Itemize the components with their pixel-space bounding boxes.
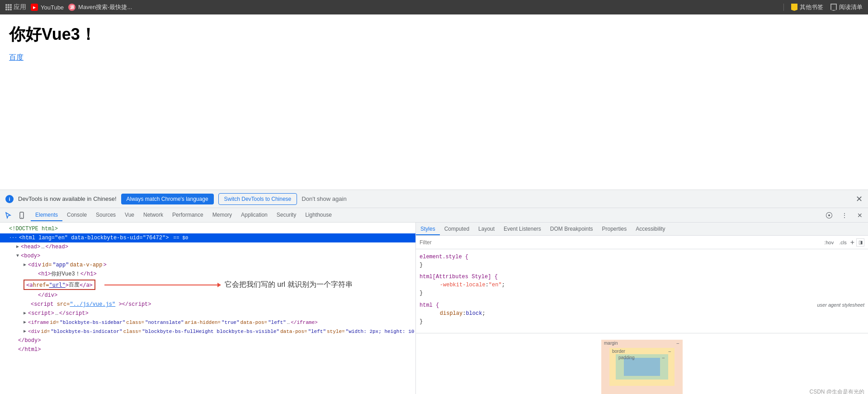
body-close-line[interactable]: </body> <box>0 336 415 345</box>
script-collapsed-line[interactable]: ▶ <script>…</script> <box>0 309 415 318</box>
element-style-selector-line: element.style { <box>420 253 864 261</box>
html-close-line[interactable]: </html> <box>0 345 415 354</box>
element-style-close-line: } <box>420 261 864 269</box>
styles-tabs: Styles Computed Layout Event Listeners D… <box>416 223 868 236</box>
tab-performance[interactable]: Performance <box>168 209 208 221</box>
youtube-tab[interactable]: YouTube <box>31 4 64 11</box>
cls-pseudo-btn[interactable]: .cls <box>837 239 849 246</box>
a-element-annotation-row: <a href="url" > 百度 </a> 它会把我们写的 url 就识别为… <box>0 279 415 291</box>
baidu-link[interactable]: 百度 <box>9 53 24 61</box>
page-content: 你好Vue3！ 百度 <box>0 14 868 190</box>
devtools-notification: i DevTools is now available in Chinese! … <box>0 190 868 208</box>
annotation-text: 它会把我们写的 url 就识别为一个字符串 <box>225 280 353 290</box>
styles-tab-dom-breakpoints[interactable]: DOM Breakpoints <box>546 223 598 235</box>
tab-memory[interactable]: Memory <box>208 209 236 221</box>
bookmark-icon-gray <box>830 4 837 11</box>
html-attr-close-line: } <box>420 289 864 297</box>
styles-tab-layout[interactable]: Layout <box>474 223 499 235</box>
hover-pseudo-btn[interactable]: :hov <box>822 239 835 246</box>
doctype-line[interactable]: <!DOCTYPE html> <box>0 224 415 233</box>
padding-dash: – <box>662 355 665 360</box>
more-options-button[interactable]: ⋮ <box>838 209 851 222</box>
apps-button[interactable]: 应用 <box>5 3 26 11</box>
tab-sources[interactable]: Sources <box>91 209 120 221</box>
html-attr-selector-line: html[Attributes Style] { <box>420 273 864 281</box>
tab-application[interactable]: Application <box>236 209 272 221</box>
border-label: border <box>612 349 625 354</box>
html-element-line[interactable]: ··· <html lang="en" data-blockbyte-bs-ui… <box>0 233 415 242</box>
mobile-tool-button[interactable] <box>15 209 28 222</box>
html-ua-rule: html { user agent stylesheet display : b… <box>420 301 864 326</box>
head-element-line[interactable]: ▶ <head>…</head> <box>0 242 415 252</box>
tab-network[interactable]: Network <box>139 209 168 221</box>
css-rules: element.style { } html[Attributes Style]… <box>416 249 868 333</box>
arrow-head <box>217 283 221 287</box>
dont-show-again-button[interactable]: Don't show again <box>302 195 346 202</box>
maven-icon: 源 <box>68 4 75 11</box>
tab-security[interactable]: Security <box>272 209 301 221</box>
tab-console[interactable]: Console <box>62 209 91 221</box>
close-notification-button[interactable]: ✕ <box>856 194 863 204</box>
html-attr-style-rule: html[Attributes Style] { -webkit-locale … <box>420 273 864 297</box>
page-title: 你好Vue3！ <box>9 24 859 46</box>
element-style-rule: element.style { } <box>420 253 864 269</box>
youtube-icon <box>31 4 38 11</box>
devtools-toolbar-right: ⋮ ✕ <box>823 209 866 222</box>
arrow-shaft <box>104 285 217 285</box>
pseudo-buttons: :hov .cls + ◨ <box>822 238 864 247</box>
annotation-arrow: 它会把我们写的 url 就识别为一个字符串 <box>104 280 353 290</box>
reading-list[interactable]: 阅读清单 <box>830 3 863 11</box>
devtools-toolbar-left <box>2 209 28 222</box>
tab-lighthouse[interactable]: Lighthouse <box>301 209 336 221</box>
devtools-panel: Elements Console Sources Vue Network Per… <box>0 208 868 394</box>
box-margin: margin – border – padding – <box>601 340 683 394</box>
styles-panel: Styles Computed Layout Event Listeners D… <box>416 223 868 394</box>
devtools-main: <!DOCTYPE html> ··· <html lang="en" data… <box>0 223 868 394</box>
margin-label: margin <box>604 341 618 346</box>
border-dash: – <box>668 349 671 354</box>
bookmarks-label: 其他书签 <box>800 3 823 11</box>
tab-vue[interactable]: Vue <box>120 209 139 221</box>
styles-tab-styles[interactable]: Styles <box>416 223 440 235</box>
styles-tab-computed[interactable]: Computed <box>440 223 474 235</box>
script-vue-line[interactable]: <script src="../js/vue.js" ></script> <box>0 300 415 309</box>
expand-styles-btn[interactable]: ◨ <box>856 238 864 247</box>
display-block-line: display : block ; <box>420 309 864 318</box>
grid-icon <box>5 4 12 10</box>
html-ua-selector-line: html { user agent stylesheet <box>420 301 864 309</box>
apps-label: 应用 <box>14 3 26 11</box>
styles-tab-accessibility[interactable]: Accessibility <box>631 223 670 235</box>
box-border: border – padding – <box>609 348 675 386</box>
browser-topbar-left: 应用 YouTube 源 Maven搜索-最快捷... <box>5 3 779 11</box>
add-style-btn[interactable]: + <box>850 238 854 247</box>
info-icon: i <box>5 195 14 203</box>
h1-line[interactable]: <h1>你好Vue3！</h1> <box>0 270 415 279</box>
styles-tab-event-listeners[interactable]: Event Listeners <box>499 223 546 235</box>
notification-text: DevTools is now available in Chinese! <box>18 195 117 202</box>
close-devtools-button[interactable]: ✕ <box>854 209 866 222</box>
elements-panel-inner: <!DOCTYPE html> ··· <html lang="en" data… <box>0 223 415 356</box>
svg-point-1 <box>21 217 22 217</box>
tab-elements[interactable]: Elements <box>31 209 62 221</box>
box-content <box>624 358 660 376</box>
div-app-line[interactable]: ▶ <div id="app" data-v-app > <box>0 261 415 270</box>
maven-tab[interactable]: 源 Maven搜索-最快捷... <box>68 3 132 11</box>
styles-tab-properties[interactable]: Properties <box>598 223 632 235</box>
a-element-with-box[interactable]: <a href="url" > 百度 </a> 它会把我们写的 url 就识别为… <box>24 280 353 290</box>
a-element-box: <a href="url" > 百度 </a> <box>24 280 95 290</box>
div-close-line[interactable]: </div> <box>0 291 415 300</box>
styles-filter-input[interactable] <box>420 239 819 246</box>
browser-topbar: 应用 YouTube 源 Maven搜索-最快捷... 其他书签 阅读清单 <box>0 0 868 14</box>
iframe-line[interactable]: ▶ <iframe id="blockbyte-bs-sidebar" clas… <box>0 318 415 327</box>
cursor-tool-button[interactable] <box>2 209 14 222</box>
other-bookmarks[interactable]: 其他书签 <box>791 3 823 11</box>
match-language-button[interactable]: Always match Chrome's language <box>121 194 214 204</box>
styles-filter-row: :hov .cls + ◨ <box>416 236 868 249</box>
browser-topbar-right: 其他书签 阅读清单 <box>783 3 863 11</box>
youtube-label: YouTube <box>41 4 64 11</box>
switch-devtools-button[interactable]: Switch DevTools to Chinese <box>218 193 297 205</box>
div-indicator-line[interactable]: ▶ <div id="blockbyte-bs-indicator" class… <box>0 327 415 336</box>
body-open-line[interactable]: ▼ <body> <box>0 252 415 261</box>
settings-button[interactable] <box>823 209 835 222</box>
elements-panel[interactable]: <!DOCTYPE html> ··· <html lang="en" data… <box>0 223 416 394</box>
